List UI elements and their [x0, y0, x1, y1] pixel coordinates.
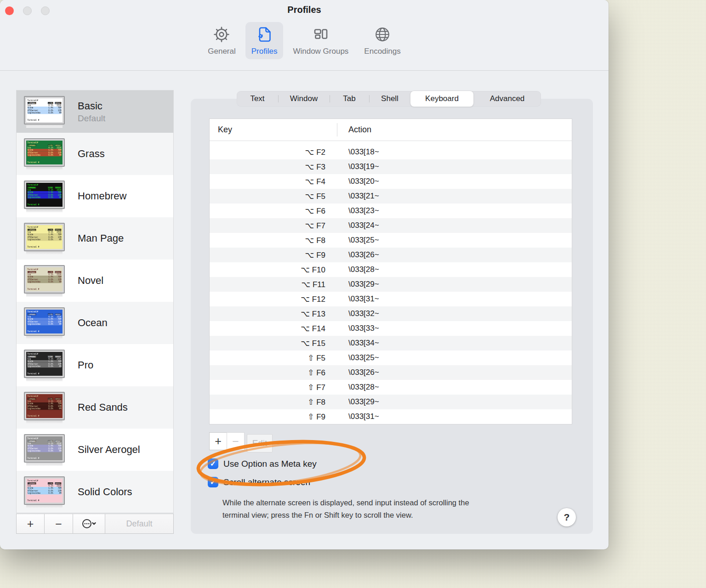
- toolbar-item-profiles[interactable]: Profiles: [245, 22, 284, 59]
- description-line: terminal view; press the Fn or Shift key…: [222, 509, 469, 521]
- toolbar-item-encodings[interactable]: Encodings: [358, 22, 406, 59]
- action-cell: \033[25~: [337, 353, 379, 362]
- set-default-button[interactable]: Default: [105, 514, 174, 534]
- tab-window[interactable]: Window: [278, 91, 330, 107]
- window-groups-icon: [312, 25, 330, 45]
- table-row[interactable]: ⌥ F14 \033[33~: [210, 321, 572, 336]
- toolbar-item-general[interactable]: General: [202, 22, 241, 59]
- checkmark-icon: [210, 479, 216, 486]
- profile-row-red-sands[interactable]: Terminal# COMMAND %CPU RPRVT top4.1%231K…: [17, 386, 173, 429]
- table-row[interactable]: ⇧ F9 \033[31~: [210, 409, 572, 424]
- key-cell: ⇧ F7: [210, 383, 337, 392]
- tab-tab[interactable]: Tab: [330, 91, 369, 107]
- option-meta-checkbox[interactable]: [208, 458, 218, 469]
- profile-name: Man Page: [78, 232, 124, 244]
- profile-list: Terminal# COMMAND %CPU RPRVT top4.1%231K…: [16, 90, 174, 513]
- toolbar-item-label: Encodings: [364, 47, 400, 56]
- thumbnail-shadow: [26, 336, 63, 339]
- scroll-alternate-checkbox-label: Scroll alternate screen: [223, 477, 310, 487]
- profile-name: Ocean: [78, 317, 108, 329]
- toolbar-item-label: General: [208, 47, 235, 56]
- tab-shell[interactable]: Shell: [369, 91, 410, 107]
- ellipsis-circle-chevron-icon: [82, 518, 97, 529]
- alternate-screen-description: While the alternate screen is displayed,…: [222, 497, 469, 521]
- thumbnail-shadow: [26, 251, 63, 254]
- table-row[interactable]: ⌥ F3 \033[19~: [210, 159, 572, 174]
- keyboard-panel: Key Action ⌥ F2 \033[18~ ⌥ F3 \033[19~ ⌥…: [191, 99, 593, 534]
- add-profile-button[interactable]: +: [16, 514, 45, 534]
- table-row[interactable]: ⌥ F7 \033[24~: [210, 218, 572, 233]
- key-cell: ⌥ F4: [210, 177, 337, 187]
- toolbar-icon-slot: [255, 25, 273, 46]
- profile-more-button[interactable]: [73, 514, 105, 534]
- gear-icon: [212, 25, 231, 45]
- profile-thumbnail: Terminal# COMMAND %CPU RPRVT top4.1%231K…: [24, 223, 65, 254]
- profile-row-novel[interactable]: Terminal# COMMAND %CPU RPRVT top4.1%231K…: [17, 260, 173, 302]
- table-row[interactable]: ⇧ F5 \033[25~: [210, 351, 572, 365]
- tab-text[interactable]: Text: [237, 91, 278, 107]
- profile-row-man-page[interactable]: Terminal# COMMAND %CPU RPRVT top4.1%231K…: [17, 217, 173, 260]
- profile-row-grass[interactable]: Terminal# COMMAND %CPU RPRVT top4.1%231K…: [17, 133, 173, 175]
- title-bar: Profiles General Profiles Wi: [0, 0, 609, 71]
- table-row[interactable]: ⇧ F6 \033[26~: [210, 365, 572, 380]
- action-cell: \033[28~: [337, 383, 379, 392]
- profile-row-silver-aerogel[interactable]: Terminal# COMMAND %CPU RPRVT top4.1%231K…: [17, 429, 173, 471]
- toolbar-item-window-groups[interactable]: Window Groups: [287, 22, 354, 59]
- profile-row-pro[interactable]: Terminal# COMMAND %CPU RPRVT top4.1%231K…: [17, 344, 173, 386]
- key-cell: ⌥ F10: [210, 265, 337, 275]
- action-column-header[interactable]: Action: [337, 119, 371, 141]
- key-cell: ⌥ F15: [210, 339, 337, 348]
- table-row[interactable]: ⌥ F11 \033[29~: [210, 277, 572, 292]
- table-row[interactable]: ⇧ F7 \033[28~: [210, 380, 572, 395]
- profile-name: Red Sands: [78, 401, 128, 413]
- action-cell: \033[20~: [337, 177, 379, 186]
- key-cell: ⌥ F14: [210, 324, 337, 334]
- profile-thumbnail: Terminal# COMMAND %CPU RPRVT top4.1%231K…: [24, 307, 65, 339]
- keyboard-table: Key Action ⌥ F2 \033[18~ ⌥ F3 \033[19~ ⌥…: [209, 119, 572, 424]
- tab-keyboard[interactable]: Keyboard: [410, 91, 473, 107]
- toolbar-icon-slot: [212, 25, 231, 46]
- globe-icon: [373, 25, 392, 45]
- thumbnail-shadow: [26, 167, 63, 170]
- toolbar-item-label: Window Groups: [293, 47, 348, 56]
- tab-advanced[interactable]: Advanced: [473, 91, 541, 107]
- remove-key-button[interactable]: −: [227, 432, 245, 450]
- table-row[interactable]: ⌥ F8 \033[25~: [210, 233, 572, 248]
- key-cell: ⌥ F7: [210, 221, 337, 231]
- profile-row-solid-colors[interactable]: Terminal# COMMAND %CPU RPRVT top4.1%231K…: [17, 471, 173, 513]
- add-key-button[interactable]: +: [209, 432, 227, 450]
- action-cell: \033[25~: [337, 236, 379, 245]
- edit-key-button[interactable]: Edit: [247, 434, 273, 452]
- action-cell: \033[19~: [337, 162, 379, 171]
- profile-row-ocean[interactable]: Terminal# COMMAND %CPU RPRVT top4.1%231K…: [17, 302, 173, 344]
- scroll-alternate-checkbox[interactable]: [208, 477, 218, 487]
- table-row[interactable]: ⌥ F2 \033[18~: [210, 145, 572, 159]
- key-cell: ⇧ F5: [210, 353, 337, 363]
- profile-thumbnail: Terminal# COMMAND %CPU RPRVT top4.1%231K…: [24, 181, 65, 212]
- table-row[interactable]: ⌥ F9 \033[26~: [210, 248, 572, 262]
- help-button[interactable]: ?: [558, 508, 576, 526]
- action-cell: \033[31~: [337, 294, 379, 304]
- table-row[interactable]: ⌥ F15 \033[34~: [210, 336, 572, 351]
- toolbar-icon-slot: [312, 25, 330, 46]
- table-row[interactable]: ⌥ F12 \033[31~: [210, 292, 572, 306]
- table-row[interactable]: ⌥ F6 \033[23~: [210, 204, 572, 218]
- key-cell: ⌥ F13: [210, 309, 337, 319]
- table-row[interactable]: ⇧ F8 \033[29~: [210, 395, 572, 409]
- profile-row-basic[interactable]: Terminal# COMMAND %CPU RPRVT top4.1%231K…: [17, 90, 173, 133]
- table-row[interactable]: ⌥ F5 \033[21~: [210, 189, 572, 204]
- thumbnail-shadow: [26, 463, 63, 466]
- profile-row-homebrew[interactable]: Terminal# COMMAND %CPU RPRVT top4.1%231K…: [17, 175, 173, 217]
- key-column-header[interactable]: Key: [210, 119, 337, 141]
- table-row[interactable]: ⌥ F4 \033[20~: [210, 174, 572, 189]
- remove-profile-button[interactable]: −: [45, 514, 73, 534]
- description-line: While the alternate screen is displayed,…: [222, 497, 469, 509]
- key-cell: ⌥ F12: [210, 294, 337, 304]
- table-row[interactable]: ⌥ F10 \033[28~: [210, 262, 572, 277]
- profile-thumbnail: Terminal# COMMAND %CPU RPRVT top4.1%231K…: [24, 138, 65, 170]
- key-cell: ⌥ F6: [210, 206, 337, 216]
- table-row[interactable]: ⌥ F13 \033[32~: [210, 306, 572, 321]
- scroll-alternate-checkbox-row: Scroll alternate screen: [208, 477, 310, 487]
- key-cell: ⌥ F11: [210, 280, 337, 289]
- action-cell: \033[33~: [337, 324, 379, 333]
